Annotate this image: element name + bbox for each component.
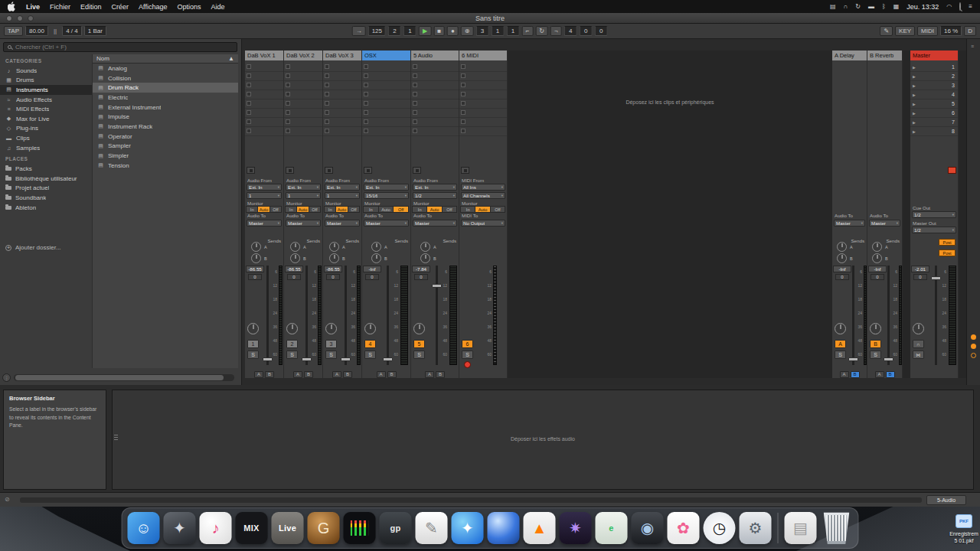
crossfade-b-button[interactable]: B <box>436 371 445 378</box>
cue-out-chooser[interactable]: 1/2▾ <box>912 211 956 218</box>
dock-finder-icon[interactable]: ☺ <box>128 512 160 544</box>
crossfade-a-button[interactable]: A <box>332 371 341 378</box>
clip-stop-button[interactable] <box>461 92 466 96</box>
metronome-icon[interactable]: || <box>51 26 60 36</box>
clip-stop-button[interactable] <box>325 119 329 124</box>
crossfade-b-button[interactable]: B <box>343 371 352 378</box>
list-item-analog[interactable]: ▤Analog <box>93 64 238 73</box>
clip-stop-button[interactable] <box>247 129 251 133</box>
dock-system-preferences-icon[interactable]: ⚙ <box>740 512 772 544</box>
input-type-chooser[interactable]: Ext. In▾ <box>325 184 360 191</box>
list-item-electric[interactable]: ▤Electric <box>93 93 238 103</box>
volume-field[interactable]: -Inf <box>833 266 851 272</box>
scene-slot[interactable]: ▶4 <box>910 90 958 99</box>
monitor-auto-button[interactable]: Auto <box>378 206 394 213</box>
status-scrollbar[interactable] <box>20 497 922 503</box>
clip-stop-button[interactable] <box>286 92 290 96</box>
volume-field[interactable]: -Inf <box>363 266 381 272</box>
clip-slot[interactable] <box>459 81 507 90</box>
menu-cr-er[interactable]: Créer <box>112 3 129 11</box>
input-channel-chooser[interactable]: 1/2▾ <box>413 192 457 199</box>
sidebar-place-soundbank[interactable]: Soundbank <box>0 193 92 203</box>
dock-photos-icon[interactable]: ✿ <box>668 512 700 544</box>
scene-slot[interactable]: ▶2 <box>910 72 958 81</box>
send-b-knob[interactable] <box>837 253 847 263</box>
dock-evernote-icon[interactable]: e <box>596 512 628 544</box>
clip-slot[interactable] <box>362 99 410 109</box>
clip-stop-button[interactable] <box>413 92 417 96</box>
track-activator[interactable]: 1 <box>247 340 259 348</box>
track-header-5-audio[interactable]: 5 Audio <box>411 51 459 60</box>
clip-stop-button[interactable] <box>364 73 368 78</box>
crossfade-a-button[interactable]: A <box>293 371 302 378</box>
send-b-knob[interactable] <box>371 253 381 263</box>
clip-slot[interactable] <box>323 63 361 72</box>
track-stop-button[interactable] <box>364 167 372 174</box>
clip-slot[interactable] <box>411 63 459 72</box>
clip-stop-button[interactable] <box>247 73 251 78</box>
send-b-post-toggle[interactable]: Post <box>939 249 956 256</box>
track-activator[interactable]: A <box>835 340 846 348</box>
track-stop-button[interactable] <box>461 167 469 174</box>
overview-toggle-icon[interactable]: ≡ <box>971 44 974 49</box>
play-button[interactable]: ▶ <box>419 26 431 36</box>
clip-stop-button[interactable] <box>325 83 329 87</box>
clip-slot[interactable] <box>245 90 283 99</box>
send-a-knob[interactable] <box>371 242 381 252</box>
clip-slot[interactable] <box>323 99 361 109</box>
position-bars-field[interactable]: 125 <box>368 26 386 36</box>
clip-slot[interactable] <box>323 109 361 118</box>
scene-slot[interactable]: ▶7 <box>910 118 958 127</box>
send-a-knob[interactable] <box>872 242 882 252</box>
volume-fader[interactable] <box>305 266 308 365</box>
clip-stop-button[interactable] <box>325 64 329 69</box>
scene-launch-icon[interactable]: ▶ <box>913 129 916 134</box>
clip-slot[interactable] <box>459 72 507 81</box>
clip-slot[interactable] <box>245 118 283 127</box>
track-header-dab-vox-1[interactable]: DaB VoX 1 <box>245 51 283 60</box>
solo-button[interactable]: S <box>286 350 298 359</box>
pan-knob[interactable] <box>870 323 881 334</box>
clip-stop-button[interactable] <box>286 64 290 69</box>
clip-slot[interactable] <box>362 63 410 72</box>
scene-launch-icon[interactable]: ▶ <box>913 102 916 106</box>
menu-clock[interactable]: Jeu. 13:32 <box>906 3 939 11</box>
volume-field[interactable]: -86.55 <box>324 266 342 272</box>
dock-eq-app-icon[interactable] <box>344 512 376 544</box>
clip-slot[interactable] <box>323 118 361 127</box>
volume-fader[interactable] <box>387 266 389 365</box>
clip-stop-button[interactable] <box>461 110 466 115</box>
menu-fichier[interactable]: Fichier <box>50 3 70 11</box>
sidebar-place-packs[interactable]: Packs <box>0 164 92 174</box>
track-header-dab-vox-2[interactable]: DaB VoX 2 <box>284 51 322 60</box>
clip-slot[interactable] <box>245 109 283 118</box>
clip-slot[interactable] <box>411 99 459 109</box>
input-type-chooser[interactable]: Ext. In▾ <box>413 184 457 191</box>
track-activator[interactable]: B <box>870 340 881 348</box>
sidebar-item-plug-ins[interactable]: ◇Plug-ins <box>0 124 92 134</box>
keyboard-icon[interactable]: ▦ <box>893 4 900 10</box>
crossfade-b-button[interactable]: B <box>886 371 895 378</box>
pan-knob[interactable] <box>364 323 376 334</box>
clip-stop-button[interactable] <box>286 119 290 124</box>
fader-handle[interactable] <box>383 357 393 361</box>
input-channel-chooser[interactable]: 1▾ <box>325 192 360 199</box>
solo-button[interactable]: S <box>462 350 473 359</box>
dock-mixa-document-icon[interactable]: ▤ <box>785 512 817 544</box>
dock-safari-icon[interactable]: ✦ <box>452 512 484 544</box>
menu-options[interactable]: Options <box>177 3 201 11</box>
draw-mode-button[interactable]: ✎ <box>880 26 893 36</box>
device-detail-view[interactable]: Déposer ici les effets audio <box>112 390 974 490</box>
clip-stop-button[interactable] <box>247 83 251 87</box>
clip-slot[interactable] <box>362 118 410 127</box>
clip-slot[interactable] <box>411 81 459 90</box>
monitor-auto-button[interactable]: Auto <box>296 206 309 213</box>
clip-slot[interactable] <box>459 99 507 109</box>
scene-launch-icon[interactable]: ▶ <box>913 74 916 79</box>
dock-purple-star-app-icon[interactable]: ✷ <box>560 512 592 544</box>
clip-stop-button[interactable] <box>325 101 329 106</box>
monitor-in-button[interactable]: In <box>412 206 427 213</box>
clip-stop-button[interactable] <box>364 64 368 69</box>
clip-slot[interactable] <box>284 99 322 109</box>
stop-all-clips-button[interactable] <box>948 167 956 174</box>
